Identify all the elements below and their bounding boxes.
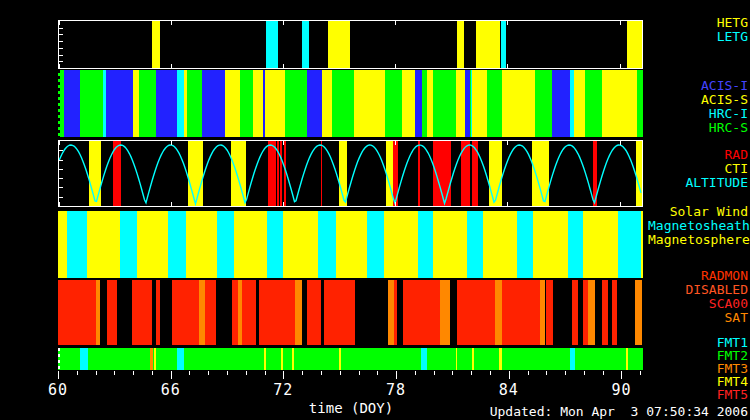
x-axis-major-tick — [621, 371, 622, 379]
band-solar-region — [58, 211, 643, 278]
x-axis-minor-tick — [152, 371, 153, 375]
frame-tick — [507, 64, 508, 68]
band-label-hrc-i: HRC-I — [648, 107, 748, 121]
x-axis-tick-label: 90 — [611, 381, 631, 399]
band-segment — [64, 70, 81, 137]
legend-solar-region: Solar WindMagnetosheathMagnetosphere — [648, 205, 748, 247]
band-label-rad: RAD — [648, 148, 748, 162]
band-segment — [307, 70, 322, 137]
legend-telemetry-format: FMT1FMT2FMT3FMT4FMT5 — [648, 336, 748, 401]
x-axis-tick-label: 72 — [273, 381, 293, 399]
band-segment — [421, 348, 428, 370]
band-segment — [546, 280, 553, 345]
x-axis-minor-tick — [189, 371, 190, 375]
x-axis-minor-tick — [133, 371, 134, 375]
frame-tick — [59, 55, 63, 56]
frame-tick — [395, 64, 396, 68]
band-segment — [602, 280, 609, 345]
band-label-disabled: DISABLED — [648, 283, 748, 297]
band-segment — [172, 280, 198, 345]
band-instruments — [58, 70, 643, 137]
band-segment — [394, 280, 398, 345]
x-axis-minor-tick — [208, 371, 209, 375]
x-axis-minor-tick — [452, 371, 453, 375]
x-axis-minor-tick — [415, 371, 416, 375]
band-instruments-axis-ticks — [58, 70, 60, 137]
frame-tick — [283, 202, 284, 206]
frame-tick — [59, 41, 63, 42]
band-segment — [307, 280, 320, 345]
band-segment — [168, 211, 186, 278]
x-axis-minor-tick — [246, 371, 247, 375]
band-segment — [264, 348, 266, 370]
band-segment — [328, 21, 350, 68]
band-segment — [635, 280, 642, 345]
band-segment — [574, 70, 585, 137]
band-segment — [295, 280, 302, 345]
band-segment — [205, 280, 215, 345]
frame-tick — [395, 202, 396, 206]
band-label-cti: CTI — [648, 162, 748, 176]
frame-tick — [59, 61, 63, 62]
band-segment — [572, 280, 579, 345]
x-axis-major-tick — [171, 371, 172, 379]
band-segment — [265, 70, 285, 137]
frame-tick — [59, 178, 63, 179]
band-segment — [217, 211, 234, 278]
frame-tick — [620, 141, 621, 145]
band-label-magnetosphere: Magnetosphere — [648, 233, 748, 247]
band-segment — [156, 70, 178, 137]
band-segment — [517, 211, 533, 278]
band-segment — [499, 348, 503, 370]
band-segment — [418, 211, 433, 278]
band-segment — [292, 348, 294, 370]
band-segment — [440, 280, 450, 345]
frame-tick — [59, 48, 63, 49]
band-segment — [588, 280, 595, 345]
band-segment — [552, 70, 570, 137]
x-axis-minor-tick — [565, 371, 566, 375]
band-segment — [242, 280, 256, 345]
band-segment — [427, 70, 433, 137]
band-segment — [120, 211, 137, 278]
band-segment — [495, 280, 502, 345]
x-axis-tick-label: 60 — [48, 381, 68, 399]
frame-tick — [59, 150, 63, 151]
band-segment — [281, 348, 283, 370]
frame-tick — [620, 202, 621, 206]
band-segment — [322, 70, 331, 137]
frame-tick — [59, 160, 63, 161]
band-segment — [132, 280, 152, 345]
band-gratings — [58, 20, 643, 69]
band-segment — [568, 211, 583, 278]
x-axis-minor-tick — [528, 371, 529, 375]
band-label-solar-wind: Solar Wind — [648, 205, 748, 219]
band-segment — [266, 21, 277, 68]
band-fmt-axis-ticks — [58, 348, 60, 370]
band-segment — [612, 280, 617, 345]
legend-gratings: HETGLETG — [648, 16, 748, 44]
band-segment — [324, 280, 355, 345]
band-label-sca00: SCA00 — [648, 297, 748, 311]
band-label-radmon: RADMON — [648, 269, 748, 283]
band-label-altitude: ALTITUDE — [648, 176, 748, 190]
x-axis: 606672788490 — [58, 371, 644, 399]
band-segment — [150, 348, 153, 370]
band-segment — [476, 21, 500, 68]
x-axis-minor-tick — [359, 371, 360, 375]
band-label-sat: SAT — [648, 311, 748, 325]
band-segment — [457, 21, 464, 68]
band-segment — [154, 348, 157, 370]
band-segment — [96, 280, 101, 345]
frame-tick — [59, 202, 60, 206]
x-axis-minor-tick — [640, 371, 641, 375]
band-segment — [259, 280, 296, 345]
frame-tick — [59, 34, 63, 35]
band-segment — [415, 70, 422, 137]
band-segment — [67, 211, 87, 278]
band-segment — [318, 211, 336, 278]
x-axis-minor-tick — [490, 371, 491, 375]
legend-radiation-altitude: RADCTIALTITUDE — [648, 148, 748, 190]
band-segment — [107, 280, 117, 345]
band-segment — [152, 21, 159, 68]
